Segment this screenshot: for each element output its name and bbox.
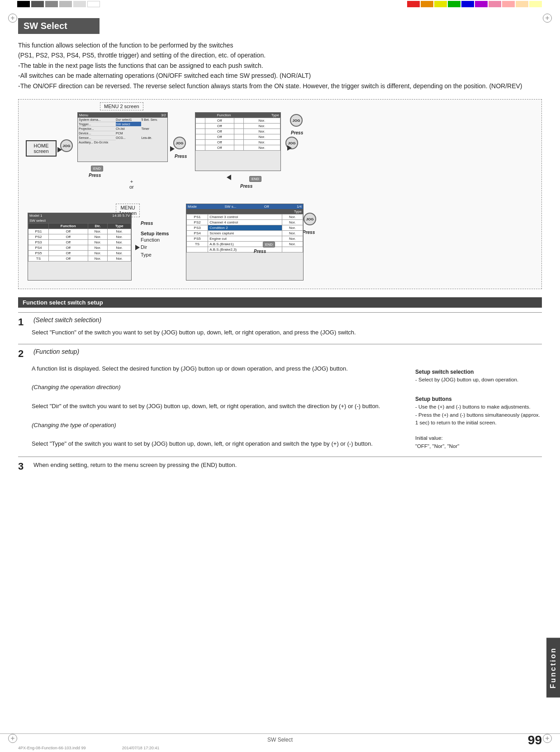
sq-lighter [73, 1, 86, 7]
step-3-number: 3 [18, 461, 32, 472]
page-title: SW Select [18, 18, 100, 34]
page-footer: SW Select [0, 733, 560, 743]
color-light-pink [502, 1, 515, 7]
step-2-two-col: A function list is displayed. Select the… [32, 364, 542, 450]
press-label-5: Press [291, 130, 303, 135]
arrow-sw-to-right [135, 244, 140, 252]
press-label-3: Press [175, 154, 187, 159]
setup-buttons-title: Setup buttons [415, 395, 542, 403]
press-label-6: Press [303, 230, 315, 235]
setup-buttons-line1: - Use the (+) and (-) buttons to make ad… [415, 403, 542, 411]
color-blue [461, 1, 474, 7]
step-2-divider [18, 344, 542, 344]
top-color-bar [0, 0, 560, 8]
sq-white [87, 1, 100, 7]
jog-button-2: JOG [173, 137, 186, 149]
menu2-table: System doma...Dur select15 Bet. Serv. Tr… [78, 118, 167, 144]
step-1-number: 1 [18, 316, 32, 328]
setup-items-section: Setup items Function Dir Type [141, 231, 169, 259]
jog-button-1: JOG [60, 139, 73, 152]
function-list-mode-bar: ModeSW s...Off1/4 [186, 204, 303, 209]
jog-button-4: JOG [290, 114, 303, 127]
function-list-table: PS1Channel 3 controlNor. PS2Channel 4 co… [186, 214, 303, 252]
sq-black [17, 1, 30, 7]
end-btn-2: END [249, 174, 261, 182]
step-1: 1 (Select switch selection) Select "Func… [18, 312, 542, 338]
menu2-screen-mock: Menu3/2 System doma...Dur select15 Bet. … [77, 112, 168, 162]
intro-line1: This function allows selection of the fu… [18, 40, 542, 50]
step-1-title: (Select switch selection) [33, 316, 101, 324]
color-pink [489, 1, 501, 7]
press-label-4: Press [240, 184, 252, 189]
step-2-number: 2 [18, 348, 32, 360]
type-label-bar: Type [186, 209, 303, 214]
step-2-body: A function list is displayed. Select the… [32, 364, 542, 450]
setup-items-label: Setup items [141, 231, 169, 236]
end-btn-1: END [91, 164, 103, 171]
press-label-1: Press [89, 173, 101, 178]
setup-switch-title: Setup switch selection [415, 368, 542, 376]
home-screen-label: HOMEscreen [33, 143, 48, 154]
arrow-back-left [227, 174, 231, 181]
sq-light [59, 1, 72, 7]
end-btn-3: END [263, 240, 275, 247]
menu2-screen-header: Menu3/2 [78, 113, 167, 118]
function-screen-header: FunctionType [195, 113, 280, 118]
color-orange [421, 1, 433, 7]
sw-select-subheader: SW select [28, 218, 131, 223]
function-screen-right: FunctionType OffNor. OffNor. OffNor. Off… [195, 112, 281, 171]
jog-button-5: JOG [304, 213, 316, 225]
step-3-divider [18, 457, 542, 457]
setup-items-list: Function Dir Type [141, 236, 169, 259]
step-2-left-col: A function list is displayed. Select the… [32, 364, 402, 450]
setup-switch-text: - Select by (JOG) button up, down operat… [415, 376, 542, 384]
intro-line4: -All switches can be made alternating op… [18, 71, 542, 81]
page-content: SW Select This function allows selection… [18, 14, 542, 472]
sw-select-header: Model 114:35 5.7V [28, 213, 131, 218]
home-screen-box: HOMEscreen [26, 140, 57, 157]
sq-dark [31, 1, 44, 7]
color-peach [516, 1, 528, 7]
step-3: 3 When ending setting, return to the men… [18, 457, 542, 472]
setup-buttons-line2: - Press the (+) and (-) buttons simultan… [415, 411, 542, 427]
intro-line5: -The ON/OFF direction can be reversed. T… [18, 81, 542, 91]
sq-med [45, 1, 58, 7]
color-light-yellow [529, 1, 542, 7]
step-2-right-col: Setup switch selection - Select by (JOG)… [415, 364, 542, 450]
color-yellow [434, 1, 447, 7]
color-red [407, 1, 420, 7]
grayscale-squares [17, 1, 100, 7]
footer-text: SW Select [267, 737, 293, 743]
step-1-divider [18, 312, 542, 313]
file-info: 4PX-Eng-08-Function-66-103.indd 99 2014/… [18, 746, 159, 750]
reg-mark-top-left [8, 14, 17, 23]
reg-mark-bottom-right [543, 734, 552, 743]
intro-line2: (PS1, PS2, PS3, PS4, PS5, throttle trigg… [18, 50, 542, 60]
jog-icon-1: JOG [60, 139, 73, 152]
intro-line3: -The table in the next page lists the fu… [18, 61, 542, 71]
function-list-screen: ModeSW s...Off1/4 Type PS1Channel 3 cont… [186, 204, 304, 281]
arrow-to-list [287, 145, 292, 152]
initial-value-label: Initial value: [415, 434, 542, 442]
reg-mark-top-right [543, 14, 552, 23]
press-label-bottom: Press [254, 249, 266, 254]
step-2: 2 (Function setup) A function list is di… [18, 344, 542, 450]
initial-value: "OFF", "Nor", "Nor" [415, 443, 542, 450]
step-1-body: Select "Function" of the switch you want… [32, 328, 542, 338]
function-table-right: OffNor. OffNor. OffNor. OffNor. OffNor. … [195, 118, 280, 151]
step-3-body: When ending setting, return to the menu … [33, 462, 237, 468]
menu2-screen-label: MENU 2 screen [100, 102, 143, 110]
function-sidebar: Function [546, 638, 560, 698]
step-2-title: (Function setup) [33, 348, 79, 355]
color-purple [475, 1, 488, 7]
sw-select-table: Function Dir. Type PS1OffNor.Nor. PS2Off… [28, 223, 131, 262]
color-squares [407, 0, 542, 8]
reg-mark-bottom-left [8, 734, 17, 743]
sw-select-screen-mock: Model 114:35 5.7V SW select Function Dir… [28, 213, 132, 281]
page-number: 99 [528, 733, 542, 747]
press-label-2: Press [141, 221, 153, 226]
color-green [448, 1, 460, 7]
diagram-area: MENU 2 screen HOMEscreen JOG Menu3/2 Sys… [18, 99, 542, 289]
plus-or-label: +or [129, 179, 134, 190]
section-header: Function select switch setup [18, 297, 542, 308]
